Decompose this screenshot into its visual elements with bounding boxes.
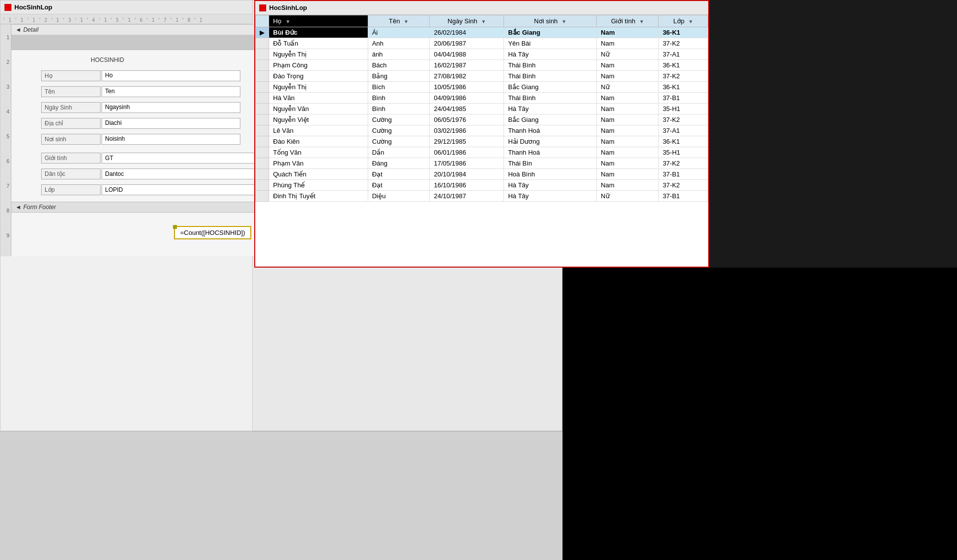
cell-lop: 37-A1 bbox=[659, 49, 708, 60]
svg-rect-4 bbox=[260, 5, 262, 7]
input-ten[interactable]: Ten bbox=[102, 86, 240, 97]
form-content-area: 1 2 3 4 5 6 7 8 9 ◄ Detail HOCSINHID bbox=[0, 24, 252, 256]
cell-ngaysinh: 27/08/1982 bbox=[430, 71, 504, 82]
table-row[interactable]: ▶Bùi ĐứcÁi26/02/1984Bắc GiangNam36-K1 bbox=[256, 27, 708, 38]
header-ngaysinh[interactable]: Ngày Sinh ▼ bbox=[430, 15, 504, 27]
form-icon bbox=[4, 4, 11, 11]
cell-ngaysinh: 24/04/1985 bbox=[430, 104, 504, 114]
cell-gioitinh: Nam bbox=[597, 38, 659, 49]
table-row[interactable]: Nguyễn VănBình24/04/1985Hà TâyNam35-H1 bbox=[256, 104, 708, 114]
form-panel: HocSinhLop ' 1 ' 1 ' 1 ' 2 ' 1 ' 3 ' 1 '… bbox=[0, 0, 253, 431]
header-gioitinh[interactable]: Giới tính ▼ bbox=[597, 15, 659, 27]
cell-ten: Diệu bbox=[368, 191, 430, 202]
table-row[interactable]: Phạm VănĐáng17/05/1986Thái BìnNam37-K2 bbox=[256, 158, 708, 169]
cell-noisinh: Thanh Hoá bbox=[504, 147, 597, 158]
cell-lop: 37-K2 bbox=[659, 114, 708, 125]
cell-ho: Đào Kiên bbox=[269, 136, 368, 147]
svg-rect-6 bbox=[260, 8, 262, 10]
bottom-area bbox=[0, 431, 563, 560]
label-gioitinh: Giới tính bbox=[41, 153, 101, 164]
sort-noisinh-icon: ▼ bbox=[562, 19, 566, 24]
input-ngaysinh[interactable]: Ngaysinh bbox=[102, 102, 240, 113]
cell-ngaysinh: 06/05/1976 bbox=[430, 114, 504, 125]
cell-lop: 36-K1 bbox=[659, 27, 708, 38]
cell-lop: 37-K2 bbox=[659, 38, 708, 49]
datasheet-scroll-area[interactable]: Họ ▼ Tên ▼ Ngày Sinh ▼ Nơi sinh ▼ bbox=[255, 15, 708, 267]
table-row[interactable]: Phạm CôngBách16/02/1987Thái BìnhNam36-K1 bbox=[256, 60, 708, 71]
row-selector bbox=[256, 82, 269, 93]
input-diachi[interactable]: Diachi bbox=[102, 118, 240, 129]
cell-ten: Cường bbox=[368, 136, 430, 147]
cell-ho: Bùi Đức bbox=[269, 27, 368, 38]
cell-noisinh: Thái Bình bbox=[504, 60, 597, 71]
table-row[interactable]: Đỗ TuấnAnh20/06/1987Yên BáiNam37-K2 bbox=[256, 38, 708, 49]
count-formula-box[interactable]: =Count([HOCSINHID]) bbox=[174, 226, 251, 239]
header-lop[interactable]: Lớp ▼ bbox=[659, 15, 708, 27]
cell-lop: 35-H1 bbox=[659, 104, 708, 114]
cell-gioitinh: Nữ bbox=[597, 82, 659, 93]
datasheet-icon bbox=[259, 4, 266, 11]
row-selector bbox=[256, 38, 269, 49]
table-row[interactable]: Tống VănDần06/01/1986Thanh HoáNam35-H1 bbox=[256, 147, 708, 158]
cell-gioitinh: Nam bbox=[597, 93, 659, 104]
cell-ho: Nguyễn Văn bbox=[269, 104, 368, 114]
cell-noisinh: Bắc Giang bbox=[504, 114, 597, 125]
cell-ngaysinh: 20/10/1984 bbox=[430, 169, 504, 180]
cell-gioitinh: Nam bbox=[597, 169, 659, 180]
cell-ten: Bảng bbox=[368, 71, 430, 82]
row-selector bbox=[256, 147, 269, 158]
cell-lop: 37-K2 bbox=[659, 180, 708, 191]
table-row[interactable]: Đinh Thị TuyếtDiệu24/10/1987Hà TâyNữ37-B… bbox=[256, 191, 708, 202]
cell-gioitinh: Nam bbox=[597, 158, 659, 169]
cell-gioitinh: Nam bbox=[597, 71, 659, 82]
detail-arrow: ◄ bbox=[15, 26, 21, 33]
cell-gioitinh: Nam bbox=[597, 114, 659, 125]
table-row[interactable]: Nguyễn ViệtCường06/05/1976Bắc GiangNam37… bbox=[256, 114, 708, 125]
cell-ho: Phạm Văn bbox=[269, 158, 368, 169]
table-row[interactable]: Phùng ThếĐạt16/10/1986Hà TâyNam37-K2 bbox=[256, 180, 708, 191]
label-ten: Tên bbox=[41, 86, 101, 97]
header-noisinh[interactable]: Nơi sinh ▼ bbox=[504, 15, 597, 27]
header-ten[interactable]: Tên ▼ bbox=[368, 15, 430, 27]
row-selector bbox=[256, 93, 269, 104]
cell-lop: 37-K2 bbox=[659, 158, 708, 169]
cell-lop: 37-B1 bbox=[659, 191, 708, 202]
label-ho: Họ bbox=[41, 70, 101, 81]
sort-lop-icon: ▼ bbox=[688, 19, 693, 24]
datasheet-title: HocSinhLop bbox=[269, 4, 307, 11]
label-ngaysinh: Ngày Sinh bbox=[41, 102, 101, 113]
svg-rect-0 bbox=[5, 5, 7, 7]
cell-ho: Phùng Thế bbox=[269, 180, 368, 191]
cell-noisinh: Hà Tây bbox=[504, 104, 597, 114]
form-title: HocSinhLop bbox=[14, 3, 53, 11]
row-selector bbox=[256, 125, 269, 136]
cell-ngaysinh: 06/01/1986 bbox=[430, 147, 504, 158]
header-ho[interactable]: Họ ▼ bbox=[269, 15, 368, 27]
table-row[interactable]: Đào KiênCường29/12/1985Hải DươngNam36-K1 bbox=[256, 136, 708, 147]
table-row[interactable]: Lê VănCường03/02/1986Thanh HoáNam37-A1 bbox=[256, 125, 708, 136]
input-ho[interactable]: Ho bbox=[102, 70, 240, 81]
table-row[interactable]: Hà VănBình04/09/1986Thái BìnhNam37-B1 bbox=[256, 93, 708, 104]
cell-ho: Đỗ Tuấn bbox=[269, 38, 368, 49]
cell-noisinh: Hà Tây bbox=[504, 191, 597, 202]
cell-ngaysinh: 04/09/1986 bbox=[430, 93, 504, 104]
cell-ngaysinh: 04/04/1988 bbox=[430, 49, 504, 60]
table-row[interactable]: Đào TrọngBảng27/08/1982Thái BìnhNam37-K2 bbox=[256, 71, 708, 82]
table-body: ▶Bùi ĐứcÁi26/02/1984Bắc GiangNam36-K1Đỗ … bbox=[256, 27, 708, 202]
cell-gioitinh: Nữ bbox=[597, 191, 659, 202]
sort-gioitinh-icon: ▼ bbox=[639, 19, 644, 24]
table-row[interactable]: Nguyễn Thịánh04/04/1988Hà TâyNữ37-A1 bbox=[256, 49, 708, 60]
table-row[interactable]: Quách TiếnĐạt20/10/1984Hoà BìnhNam37-B1 bbox=[256, 169, 708, 180]
cell-lop: 36-K1 bbox=[659, 60, 708, 71]
svg-rect-1 bbox=[8, 5, 10, 7]
table-row[interactable]: Nguyễn ThịBích10/05/1986Bắc GiangNữ36-K1 bbox=[256, 82, 708, 93]
cell-lop: 36-K1 bbox=[659, 136, 708, 147]
cell-ngaysinh: 03/02/1986 bbox=[430, 125, 504, 136]
row-selector bbox=[256, 60, 269, 71]
cell-noisinh: Hoà Bình bbox=[504, 169, 597, 180]
cell-ngaysinh: 26/02/1984 bbox=[430, 27, 504, 38]
formula-handle bbox=[173, 225, 177, 229]
datasheet-title-bar: HocSinhLop bbox=[255, 1, 708, 15]
cell-noisinh: Bắc Giang bbox=[504, 82, 597, 93]
input-noisinh[interactable]: Noisinh bbox=[102, 134, 240, 145]
